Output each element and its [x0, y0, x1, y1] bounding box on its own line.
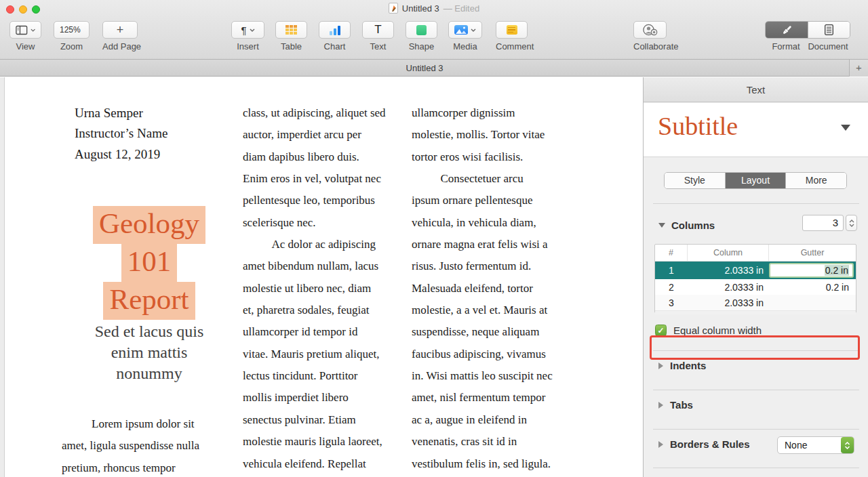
borders-rules-label: Borders & Rules: [670, 438, 750, 450]
plus-icon: +: [117, 24, 124, 36]
table-filler: [655, 310, 856, 314]
divider: [653, 203, 859, 204]
new-tab-button[interactable]: +: [849, 60, 868, 77]
row1-gutter-edit-field[interactable]: 0.2 in: [769, 263, 854, 278]
document-tab-bar: Untitled 3 +: [0, 60, 868, 77]
columns-count-control: 3: [802, 215, 857, 231]
document-header-block[interactable]: Urna Semper Instructor’s Name August 12,…: [75, 103, 167, 165]
collaborate-person-icon: [642, 24, 658, 36]
table-button[interactable]: [275, 21, 307, 39]
bar-chart-icon: [330, 25, 340, 35]
canvas-margin: [0, 77, 5, 477]
title-line-highlighted[interactable]: Geology: [93, 206, 205, 244]
document-column-2[interactable]: class, ut adipiscing, aliquet sed auctor…: [243, 102, 406, 475]
insert-button[interactable]: ¶: [231, 21, 264, 39]
add-page-label: Add Page: [102, 41, 141, 51]
title-line-highlighted[interactable]: 101: [121, 244, 178, 282]
columns-count-stepper[interactable]: [846, 215, 857, 231]
text-t-icon: T: [374, 23, 381, 37]
pilcrow-icon: ¶: [241, 24, 246, 36]
toolbar-item-table: Table: [275, 21, 307, 51]
equal-column-width-row: ✓ Equal column width: [655, 325, 762, 336]
popup-arrows-icon: [841, 437, 854, 453]
document-column-3[interactable]: ullamcorper dignissim molestie, mollis. …: [412, 102, 574, 475]
format-button[interactable]: [766, 22, 808, 38]
indents-label: Indents: [670, 360, 706, 371]
media-button[interactable]: [448, 21, 482, 39]
tab-style[interactable]: Style: [665, 173, 725, 188]
tabs-section[interactable]: Tabs: [658, 399, 693, 411]
zoom-label: Zoom: [54, 41, 90, 51]
tabs-label: Tabs: [670, 399, 693, 411]
collaborate-button[interactable]: [633, 21, 667, 39]
shape-button[interactable]: [406, 21, 437, 39]
view-button[interactable]: [9, 21, 41, 39]
document-lines-icon: [825, 24, 833, 35]
disclosure-closed-icon[interactable]: [658, 441, 663, 448]
indents-section[interactable]: Indents: [658, 360, 706, 371]
stepper-up-icon: [849, 220, 854, 223]
equal-column-width-label: Equal column width: [673, 325, 762, 336]
chevron-down-icon: [471, 28, 476, 32]
chart-button[interactable]: [319, 21, 351, 39]
borders-rules-value: None: [778, 440, 841, 451]
media-label: Media: [448, 41, 482, 51]
style-dropdown-arrow-icon[interactable]: [841, 125, 850, 131]
zoom-button[interactable]: 125%: [54, 21, 90, 39]
document-column-1-paragraph[interactable]: Lorem ipsum dolor sit amet, ligula suspe…: [62, 413, 229, 477]
columns-label: Columns: [671, 220, 715, 231]
tab-untitled-3[interactable]: Untitled 3: [0, 60, 849, 77]
text-label: Text: [362, 41, 394, 51]
columns-table-row[interactable]: 3 2.0333 in: [655, 295, 856, 310]
table-label: Table: [275, 41, 307, 51]
sidebar-panel-title: Text: [644, 77, 868, 102]
equal-column-width-checkbox[interactable]: ✓: [655, 325, 667, 336]
document-page[interactable]: Urna Semper Instructor’s Name August 12,…: [5, 77, 643, 477]
borders-rules-popup[interactable]: None: [777, 436, 854, 454]
view-panels-icon: [16, 25, 28, 35]
pages-app-window: Untitled 3 — Edited View 125% Zoom +: [0, 0, 868, 477]
toolbar-item-text: T Text: [362, 21, 394, 51]
paragraph-style-well[interactable]: Subtitle: [644, 103, 868, 157]
comment-button[interactable]: [496, 21, 528, 39]
row1-number: 1: [655, 265, 688, 276]
toolbar-item-chart: Chart: [319, 21, 351, 51]
toolbar-item-shape: Shape: [406, 21, 437, 51]
row2-number: 2: [655, 282, 688, 293]
tab-more[interactable]: More: [785, 173, 846, 188]
text-button[interactable]: T: [362, 21, 394, 39]
paragraph-style-name: Subtitle: [658, 111, 738, 141]
toolbar-item-media: Media: [448, 21, 482, 51]
borders-rules-section[interactable]: Borders & Rules: [658, 438, 750, 450]
sidebar-tabs: Style Layout More: [664, 172, 847, 189]
row2-gutter[interactable]: 0.2 in: [769, 282, 856, 293]
toolbar-item-format-document: Format Document: [765, 21, 850, 51]
columns-table-header: # Column Gutter: [655, 245, 856, 262]
columns-table-row-selected[interactable]: 1 2.0333 in 0.2 in: [655, 262, 856, 279]
columns-table-row[interactable]: 2 2.0333 in 0.2 in: [655, 279, 856, 295]
divider: [653, 350, 859, 351]
window-edited-status: — Edited: [443, 3, 479, 14]
disclosure-open-icon[interactable]: [658, 223, 665, 228]
table-grid-icon: [285, 25, 297, 35]
disclosure-closed-icon[interactable]: [658, 362, 663, 369]
toolbar: Untitled 3 — Edited View 125% Zoom +: [0, 0, 868, 60]
divider: [653, 468, 859, 468]
chevron-down-icon: [250, 28, 255, 32]
row2-column-width[interactable]: 2.0333 in: [688, 282, 769, 293]
window-title: Untitled 3: [402, 3, 439, 14]
row1-column-width[interactable]: 2.0333 in: [688, 265, 769, 276]
row3-column-width[interactable]: 2.0333 in: [688, 297, 769, 308]
title-line-highlighted[interactable]: Report: [103, 282, 195, 320]
tab-layout[interactable]: Layout: [725, 173, 786, 188]
format-label: Format: [765, 41, 807, 51]
header-number: #: [655, 245, 688, 261]
columns-count-field[interactable]: 3: [802, 215, 844, 231]
document-button[interactable]: [808, 22, 850, 38]
format-sidebar: Text Subtitle Style Layout More Columns …: [643, 77, 868, 477]
comment-label: Comment: [496, 41, 534, 51]
insert-label: Insert: [231, 41, 264, 51]
disclosure-closed-icon[interactable]: [658, 402, 663, 409]
add-page-button[interactable]: +: [102, 21, 138, 39]
shape-square-icon: [416, 25, 427, 35]
